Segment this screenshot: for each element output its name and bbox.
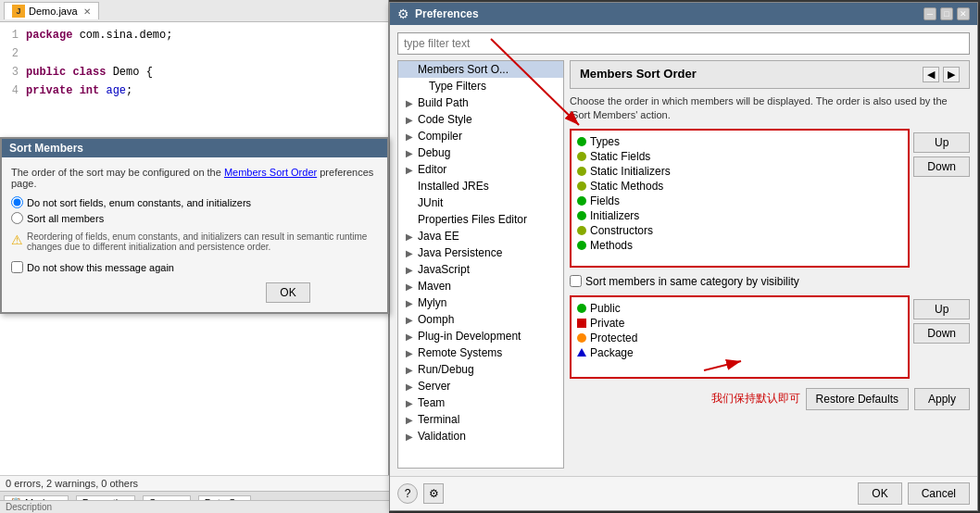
tree-label: Oomph [418,313,454,326]
dialog-ok-button[interactable]: OK [858,482,901,505]
sort-item-constructors[interactable]: Constructors [575,223,904,238]
private-dot-icon [577,319,586,328]
visibility-list[interactable]: Public Private Protected [570,295,910,379]
sort-up-down-buttons: Up Down [913,129,970,268]
help-icon-button[interactable]: ? [397,483,418,504]
tree-item-run-debug[interactable]: ▶ Run/Debug [398,361,563,378]
tree-expand-icon: ▶ [406,315,415,325]
tree-item-remote-systems[interactable]: ▶ Remote Systems [398,344,563,361]
visibility-list-row: Public Private Protected [570,295,970,379]
tree-label: Java Persistence [418,246,502,259]
radio-sort-all[interactable]: Sort all members [11,212,378,224]
tree-item-java-persistence[interactable]: ▶ Java Persistence [398,244,563,261]
tree-item-members-sort[interactable]: Members Sort O... [398,61,563,78]
radio-no-sort[interactable]: Do not sort fields, enum constants, and … [11,196,378,208]
tree-expand-icon: ▶ [406,332,415,342]
tree-item-terminal[interactable]: ▶ Terminal [398,411,563,428]
package-tri-icon [577,348,586,357]
sort-item-label: Constructors [590,224,653,237]
no-show-checkbox[interactable] [11,261,23,273]
dialog-cancel-button[interactable]: Cancel [908,482,970,505]
tree-expand-icon: ▶ [406,432,415,442]
members-sort-order-link[interactable]: Members Sort Order [224,167,317,178]
tree-item-server[interactable]: ▶ Server [398,378,563,394]
tree-item-validation[interactable]: ▶ Validation [398,428,563,444]
tree-item-oomph[interactable]: ▶ Oomph [398,311,563,328]
tree-item-plugin-dev[interactable]: ▶ Plug-in Development [398,328,563,344]
vis-item-private[interactable]: Private [575,316,904,331]
vis-up-down-buttons: Up Down [913,295,970,379]
tree-label: Plug-in Development [418,330,521,343]
restore-defaults-button[interactable]: Restore Defaults [806,388,909,410]
tree-item-type-filters[interactable]: Type Filters [398,78,563,94]
tree-item-team[interactable]: ▶ Team [398,394,563,411]
static-init-dot-icon [577,167,586,176]
tree-item-compiler[interactable]: ▶ Compiler [398,128,563,144]
tree-item-code-style[interactable]: ▶ Code Style [398,111,563,128]
close-button[interactable]: ✕ [957,7,970,20]
vis-down-button[interactable]: Down [913,323,970,344]
sort-item-label: Fields [590,194,620,207]
editor-tab[interactable]: J Demo.java ✕ [4,2,99,19]
visibility-checkbox[interactable] [570,275,582,287]
code-editor[interactable]: 1 package com.sina.demo; 2 3 public clas… [0,22,388,104]
filter-input[interactable] [397,32,970,55]
vis-item-protected[interactable]: Protected [575,331,904,345]
sort-item-methods[interactable]: Methods [575,238,904,253]
vis-up-button[interactable]: Up [913,299,970,319]
dialog-window-controls: ─ □ ✕ [923,7,970,20]
apply-button[interactable]: Apply [914,388,970,410]
tree-item-debug[interactable]: ▶ Debug [398,144,563,161]
sort-item-static-fields[interactable]: Static Fields [575,149,904,164]
tree-item-java-ee[interactable]: ▶ Java EE [398,228,563,244]
code-line-3: 3 public class Demo { [0,63,388,81]
sort-order-list[interactable]: Types Static Fields Static Initializers [570,129,910,268]
tree-label: Installed JREs [418,180,489,193]
tree-expand-icon: ▶ [406,298,415,308]
tree-label: Code Style [418,113,472,126]
tree-item-editor[interactable]: ▶ Editor [398,161,563,178]
nav-back-button[interactable]: ◀ [923,67,939,82]
vis-item-public[interactable]: Public [575,301,904,316]
tree-expand-icon: ▶ [406,115,415,125]
minimize-button[interactable]: ─ [923,7,936,20]
code-line-4: 4 private int age; [0,81,388,100]
sort-dialog-ok-button[interactable]: OK [266,282,309,303]
tree-item-properties-files[interactable]: Properties Files Editor [398,211,563,228]
preferences-icon-button[interactable]: ⚙ [423,483,444,504]
sort-order-panel: Types Static Fields Static Initializers [570,129,970,379]
vis-item-package[interactable]: Package [575,345,904,360]
sort-item-static-initializers[interactable]: Static Initializers [575,164,904,179]
sort-item-fields[interactable]: Fields [575,194,904,208]
tree-expand-icon: ▶ [406,231,415,242]
status-errors: 0 errors, 2 warnings, 0 others [0,475,389,491]
tree-expand-icon: ▶ [406,348,415,358]
tree-item-junit[interactable]: JUnit [398,194,563,211]
sort-item-initializers[interactable]: Initializers [575,208,904,223]
dialog-body: Members Sort O... Type Filters ▶ Build P… [390,25,977,476]
sort-dialog-buttons: OK Cancel [11,282,378,303]
tree-label: Compiler [418,130,462,143]
no-show-checkbox-row[interactable]: Do not show this message again [11,261,378,273]
tree-expand-icon: ▶ [406,415,415,425]
tree-item-maven[interactable]: ▶ Maven [398,278,563,294]
tree-label: Java EE [418,230,459,243]
sort-up-button[interactable]: Up [913,132,970,153]
tree-item-mylyn[interactable]: ▶ Mylyn [398,294,563,311]
restore-button[interactable]: □ [940,7,953,20]
nav-forward-button[interactable]: ▶ [943,67,960,82]
content-title: Members Sort Order [580,67,697,81]
visibility-checkbox-row[interactable]: Sort members in same category by visibil… [570,275,970,288]
sort-members-dialog: Sort Members The order of the sort may b… [0,137,389,314]
tree-item-installed-jres[interactable]: Installed JREs [398,178,563,194]
tree-item-build-path[interactable]: ▶ Build Path [398,94,563,111]
sort-item-types[interactable]: Types [575,134,904,149]
sort-item-label: Methods [590,239,633,252]
sort-item-static-methods[interactable]: Static Methods [575,179,904,194]
close-tab-icon[interactable]: ✕ [83,6,91,17]
sort-down-button[interactable]: Down [913,156,970,177]
protected-dot-icon [577,333,586,343]
code-content: public class Demo { [26,66,153,79]
line-number: 1 [4,29,26,42]
tree-item-javascript[interactable]: ▶ JavaScript [398,261,563,278]
